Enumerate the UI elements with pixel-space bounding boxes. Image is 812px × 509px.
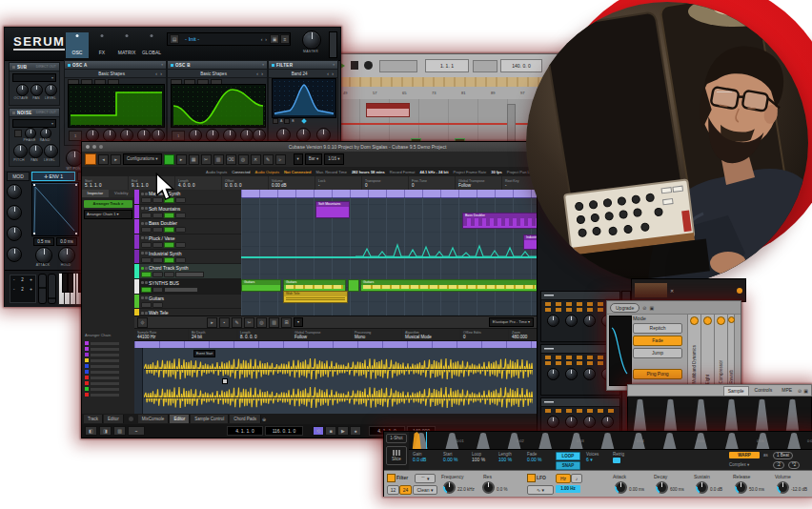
close-icon[interactable]: ✕ [670, 288, 674, 294]
retrig-toggle[interactable] [613, 458, 620, 463]
osc-a-wave-display[interactable] [68, 84, 165, 128]
track-row[interactable]: Guitars [134, 295, 241, 310]
transport-position[interactable]: 4. 1. 1. 0 [227, 426, 263, 436]
tab-sample-control[interactable]: Sample Control [191, 415, 229, 423]
tab-env1[interactable]: ✛ ENV 1 [31, 172, 75, 181]
toolbar-button[interactable]: ▸ [111, 154, 121, 165]
mode-jump-button[interactable]: Jump [633, 348, 682, 358]
ping-pong-button[interactable]: Ping Pong [633, 369, 682, 379]
mode-repitch-button[interactable]: Repitch [633, 323, 682, 334]
track-row[interactable]: Wah Tele [134, 309, 241, 316]
pitch-wheel[interactable] [38, 274, 47, 304]
sync-button[interactable] [164, 154, 174, 165]
track-row[interactable]: Pluck / Vase [134, 234, 241, 250]
play-tool[interactable]: ▹ [275, 154, 286, 165]
activate-project-button[interactable] [85, 153, 96, 165]
rack-knob[interactable] [583, 368, 596, 380]
filter-12-button[interactable]: 12 [387, 485, 399, 495]
save-icon[interactable]: ▣ [270, 34, 279, 44]
device-strip-multiband[interactable]: Multiband Dynamics [687, 314, 701, 388]
tab-controls[interactable]: Controls [751, 386, 777, 395]
rack-knob[interactable] [547, 416, 559, 428]
tab-osc[interactable]: OSC [66, 32, 89, 58]
master-knob[interactable] [302, 31, 321, 50]
osc-b-knob[interactable] [206, 129, 219, 142]
loop-button[interactable]: LOOP [556, 452, 580, 460]
warp-half-button[interactable]: :2 [773, 461, 784, 469]
arranger-chain-dropdown[interactable]: Arranger Chain 1 ▾ [84, 210, 132, 219]
noise-level-knob[interactable] [44, 144, 58, 158]
osc-a-knob[interactable] [103, 129, 116, 142]
track-row[interactable]: Mayhem Synth [134, 190, 241, 205]
info-field[interactable]: Fine-Tune0 [409, 176, 456, 190]
transport-locator[interactable]: 116. 0. 1. 0 [265, 426, 303, 436]
retrig-param[interactable]: Retrig [613, 452, 624, 463]
record-transport-button[interactable]: ● [350, 426, 361, 436]
live9-tool-cluster[interactable] [379, 60, 417, 72]
upgrade-button[interactable]: Upgrade [610, 303, 639, 313]
info-field[interactable]: Transpose0 [362, 176, 409, 190]
device-strip-compressor[interactable]: Compressor [714, 314, 728, 388]
warp-button[interactable]: WARP [729, 452, 760, 458]
filter-type[interactable]: Band 24 [292, 71, 308, 76]
stop-transport-button[interactable]: ■ [325, 426, 336, 436]
preset-prev-icon[interactable]: ‹ [261, 36, 264, 42]
toolbar-button[interactable]: ◂ [98, 154, 109, 165]
lfo-hz-button[interactable]: Hz [556, 474, 571, 483]
osc-b-knob[interactable] [223, 129, 236, 142]
rack-knob[interactable] [601, 416, 614, 428]
tab-editor-left[interactable]: Editor [104, 415, 124, 423]
tab-sample[interactable]: Sample [723, 386, 749, 396]
hold-knob[interactable] [58, 247, 75, 264]
rack-knob[interactable] [565, 368, 578, 380]
menu-icon[interactable]: ≡ [280, 34, 290, 44]
live9-tempo-display[interactable]: 140. 0. 0 [500, 59, 542, 72]
sustain-env-knob[interactable] [696, 481, 708, 494]
volume-knob[interactable] [777, 481, 789, 494]
attack-value[interactable]: 0.5 ms [33, 237, 54, 246]
browser-icon[interactable]: ▤ [170, 34, 179, 44]
osc-b-wave-display[interactable] [171, 84, 266, 128]
sub-level-knob[interactable] [45, 84, 57, 96]
fade-param[interactable]: Fade0.00 % [527, 452, 542, 462]
snap-dropdown[interactable]: Bar ▾ [305, 153, 323, 165]
arranger-track-button[interactable]: Arranger Track e [84, 200, 132, 208]
waveform-handle[interactable] [222, 378, 228, 384]
clip-guitars[interactable] [348, 279, 359, 292]
attack-knob[interactable] [35, 247, 52, 264]
tab-mod[interactable]: MOD [7, 172, 30, 181]
mode-fade-button[interactable]: Fade [633, 336, 682, 346]
octave-down-button[interactable]: - [13, 277, 15, 282]
draw-tool[interactable]: ✎ [263, 154, 274, 165]
sample-waveform-main[interactable]: 0:01 0:02 0:03 0:04 0:05 0:06 0:07 [409, 432, 812, 449]
lfo-toggle[interactable] [527, 474, 536, 482]
voices-param[interactable]: Voices6 ▾ [586, 452, 599, 462]
noise-sample-dropdown[interactable]: ▾ [12, 119, 56, 128]
live9-position-display[interactable]: 1. 1. 1 [425, 59, 469, 72]
filter-display[interactable] [272, 78, 336, 118]
one-shot-button[interactable]: 1-Shot [386, 434, 407, 443]
lfo-sync-button[interactable]: ♪ [571, 474, 582, 483]
tab-visibility[interactable]: Visibility [109, 190, 135, 197]
filter-knob[interactable] [296, 128, 311, 142]
split-tool[interactable]: ✂ [201, 154, 212, 165]
tab-inspector[interactable]: Inspector [82, 190, 109, 197]
decay-env-knob[interactable] [656, 481, 668, 494]
event-start-flag[interactable]: Event Start [193, 350, 215, 357]
start-param[interactable]: Start0.00 % [443, 452, 458, 462]
rack-knob[interactable] [583, 315, 596, 327]
clip-soft-mountains[interactable]: Soft Mountains [315, 201, 350, 218]
erase-tool[interactable]: ⌫ [226, 154, 236, 165]
osc-a-knob[interactable] [137, 129, 151, 142]
device-strip-reverb[interactable]: Reverb [727, 314, 735, 388]
record-button[interactable] [364, 61, 373, 70]
track-row[interactable]: Bass Doubler [134, 219, 241, 234]
transport-button[interactable]: ◧ [85, 426, 97, 436]
device-on-icon[interactable] [717, 316, 725, 325]
loop-param[interactable]: Loop100 % [472, 452, 485, 462]
tab-fx[interactable]: FX [91, 32, 113, 58]
filter-a-toggle[interactable] [273, 118, 278, 124]
osc-b-wavetable[interactable]: Basic Shapes [200, 71, 227, 76]
lfo-rate-value[interactable]: 1.00 Hz [556, 485, 580, 493]
preset-name[interactable]: - Init - [185, 36, 199, 42]
